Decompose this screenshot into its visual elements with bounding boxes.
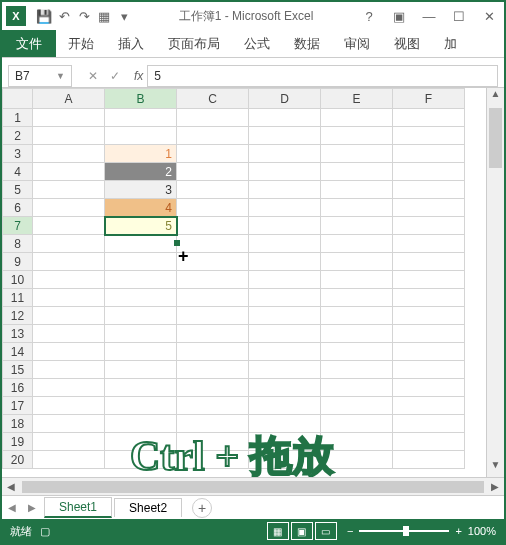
formula-input[interactable]: 5 — [147, 65, 498, 87]
zoom-level[interactable]: 100% — [468, 525, 496, 537]
cell-B5[interactable]: 3 — [105, 181, 177, 199]
formula-bar: B7 ▼ ✕ ✓ fx 5 — [2, 64, 504, 88]
row-header[interactable]: 15 — [3, 361, 33, 379]
row-header[interactable]: 12 — [3, 307, 33, 325]
scroll-thumb[interactable] — [489, 108, 502, 168]
page-break-view-icon[interactable]: ▭ — [315, 522, 337, 540]
sheet-nav-prev-icon[interactable]: ◀ — [2, 502, 22, 513]
tab-formulas[interactable]: 公式 — [232, 30, 282, 58]
tab-layout[interactable]: 页面布局 — [156, 30, 232, 58]
select-all-corner[interactable] — [3, 89, 33, 109]
scroll-right-icon[interactable]: ▶ — [486, 481, 504, 492]
row-header[interactable]: 20 — [3, 451, 33, 469]
save-icon[interactable]: 💾 — [36, 8, 52, 24]
view-switcher: ▦ ▣ ▭ — [267, 522, 337, 540]
row-header[interactable]: 13 — [3, 325, 33, 343]
cell-B6[interactable]: 4 — [105, 199, 177, 217]
file-tab[interactable]: 文件 — [2, 30, 56, 57]
minimize-icon[interactable]: — — [414, 3, 444, 29]
row-header[interactable]: 8 — [3, 235, 33, 253]
formula-value: 5 — [154, 69, 161, 83]
status-ready: 就绪 — [10, 524, 32, 539]
col-header-D[interactable]: D — [249, 89, 321, 109]
name-box-value: B7 — [15, 69, 30, 83]
scroll-down-icon[interactable]: ▼ — [487, 459, 504, 477]
row-header[interactable]: 2 — [3, 127, 33, 145]
cell-B3[interactable]: 1 — [105, 145, 177, 163]
vertical-scrollbar[interactable]: ▲ ▼ — [486, 88, 504, 477]
hscroll-thumb[interactable] — [22, 481, 484, 493]
undo-icon[interactable]: ↶ — [56, 8, 72, 24]
page-layout-view-icon[interactable]: ▣ — [291, 522, 313, 540]
name-box-dropdown-icon[interactable]: ▼ — [56, 71, 65, 81]
zoom-out-button[interactable]: − — [347, 525, 353, 537]
col-header-A[interactable]: A — [33, 89, 105, 109]
quick-access-toolbar: 💾 ↶ ↷ ▦ ▾ — [30, 8, 138, 24]
maximize-icon[interactable]: ☐ — [444, 3, 474, 29]
title-bar: X 💾 ↶ ↷ ▦ ▾ 工作簿1 - Microsoft Excel ? ▣ —… — [2, 2, 504, 30]
help-icon[interactable]: ? — [354, 3, 384, 29]
cancel-icon[interactable]: ✕ — [84, 69, 102, 83]
normal-view-icon[interactable]: ▦ — [267, 522, 289, 540]
row-header[interactable]: 9 — [3, 253, 33, 271]
add-sheet-button[interactable]: + — [192, 498, 212, 518]
cell-B4[interactable]: 2 — [105, 163, 177, 181]
tab-insert[interactable]: 插入 — [106, 30, 156, 58]
window-title: 工作簿1 - Microsoft Excel — [138, 8, 354, 25]
row-header[interactable]: 3 — [3, 145, 33, 163]
app-icon[interactable]: X — [6, 6, 26, 26]
enter-icon[interactable]: ✓ — [106, 69, 124, 83]
dropdown-icon[interactable]: ▾ — [116, 8, 132, 24]
tab-more[interactable]: 加 — [432, 30, 469, 58]
zoom-control: − + 100% — [347, 525, 496, 537]
sheet-tab-2[interactable]: Sheet2 — [114, 498, 182, 517]
horizontal-scrollbar[interactable]: ◀ ▶ — [2, 477, 504, 495]
tab-view[interactable]: 视图 — [382, 30, 432, 58]
row-header[interactable]: 1 — [3, 109, 33, 127]
tab-data[interactable]: 数据 — [282, 30, 332, 58]
col-header-B[interactable]: B — [105, 89, 177, 109]
fx-icon[interactable]: fx — [130, 69, 147, 83]
row-header[interactable]: 7 — [3, 217, 33, 235]
row-header[interactable]: 14 — [3, 343, 33, 361]
col-header-F[interactable]: F — [393, 89, 465, 109]
macro-record-icon[interactable]: ▢ — [40, 525, 50, 538]
zoom-slider[interactable] — [359, 530, 449, 532]
row-header[interactable]: 18 — [3, 415, 33, 433]
close-icon[interactable]: ✕ — [474, 3, 504, 29]
cell-B7[interactable]: 5 — [105, 217, 177, 235]
row-header[interactable]: 17 — [3, 397, 33, 415]
annotation-text: Ctrl + 拖放 — [130, 428, 334, 477]
scroll-up-icon[interactable]: ▲ — [487, 88, 504, 106]
sheet-tab-bar: ◀ ▶ Sheet1 Sheet2 + — [2, 495, 504, 519]
col-header-C[interactable]: C — [177, 89, 249, 109]
row-header[interactable]: 4 — [3, 163, 33, 181]
ribbon-options-icon[interactable]: ▣ — [384, 3, 414, 29]
row-header[interactable]: 19 — [3, 433, 33, 451]
scroll-left-icon[interactable]: ◀ — [2, 481, 20, 492]
tab-home[interactable]: 开始 — [56, 30, 106, 58]
status-bar: 就绪 ▢ ▦ ▣ ▭ − + 100% — [2, 519, 504, 543]
spreadsheet-grid[interactable]: A B C D E F 1 2 31 42 53 64 75 8 9 10 11… — [2, 88, 486, 477]
name-box[interactable]: B7 ▼ — [8, 65, 72, 87]
row-header[interactable]: 16 — [3, 379, 33, 397]
col-header-E[interactable]: E — [321, 89, 393, 109]
grid-icon[interactable]: ▦ — [96, 8, 112, 24]
copy-cursor-icon: + — [178, 246, 189, 267]
tab-review[interactable]: 审阅 — [332, 30, 382, 58]
row-header[interactable]: 11 — [3, 289, 33, 307]
sheet-tab-1[interactable]: Sheet1 — [44, 497, 112, 518]
row-header[interactable]: 5 — [3, 181, 33, 199]
sheet-nav-next-icon[interactable]: ▶ — [22, 502, 42, 513]
ribbon-tabs: 文件 开始 插入 页面布局 公式 数据 审阅 视图 加 — [2, 30, 504, 58]
zoom-in-button[interactable]: + — [455, 525, 461, 537]
row-header[interactable]: 6 — [3, 199, 33, 217]
redo-icon[interactable]: ↷ — [76, 8, 92, 24]
row-header[interactable]: 10 — [3, 271, 33, 289]
